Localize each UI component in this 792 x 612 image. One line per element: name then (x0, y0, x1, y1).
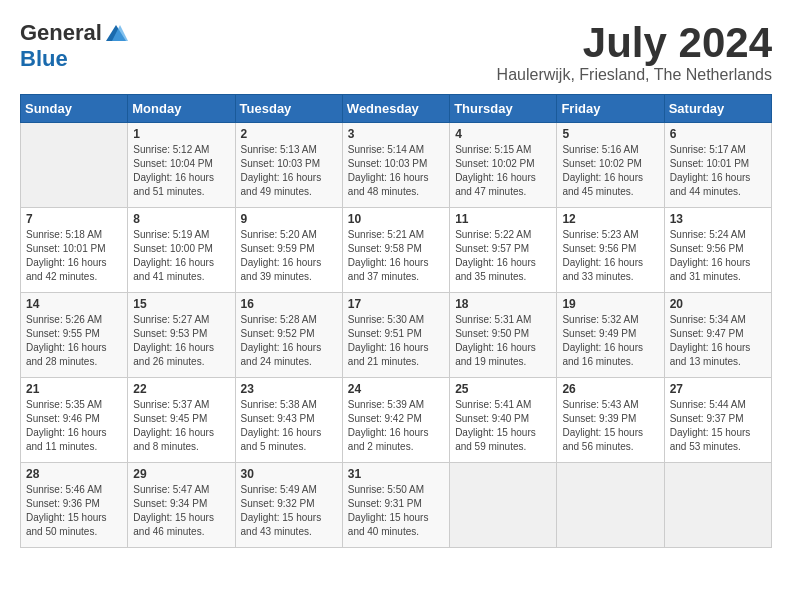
title-section: July 2024 Haulerwijk, Friesland, The Net… (497, 20, 772, 84)
day-number: 5 (562, 127, 658, 141)
day-number: 7 (26, 212, 122, 226)
day-number: 10 (348, 212, 444, 226)
calendar-cell: 3Sunrise: 5:14 AM Sunset: 10:03 PM Dayli… (342, 123, 449, 208)
calendar-cell: 31Sunrise: 5:50 AM Sunset: 9:31 PM Dayli… (342, 463, 449, 548)
calendar-week-row: 1Sunrise: 5:12 AM Sunset: 10:04 PM Dayli… (21, 123, 772, 208)
calendar-cell: 16Sunrise: 5:28 AM Sunset: 9:52 PM Dayli… (235, 293, 342, 378)
day-number: 20 (670, 297, 766, 311)
day-info: Sunrise: 5:17 AM Sunset: 10:01 PM Daylig… (670, 143, 766, 199)
calendar-cell: 25Sunrise: 5:41 AM Sunset: 9:40 PM Dayli… (450, 378, 557, 463)
logo: General Blue (20, 20, 128, 72)
day-number: 26 (562, 382, 658, 396)
day-number: 31 (348, 467, 444, 481)
calendar-cell: 30Sunrise: 5:49 AM Sunset: 9:32 PM Dayli… (235, 463, 342, 548)
day-number: 19 (562, 297, 658, 311)
day-info: Sunrise: 5:39 AM Sunset: 9:42 PM Dayligh… (348, 398, 444, 454)
day-number: 1 (133, 127, 229, 141)
calendar-cell: 24Sunrise: 5:39 AM Sunset: 9:42 PM Dayli… (342, 378, 449, 463)
calendar-cell: 19Sunrise: 5:32 AM Sunset: 9:49 PM Dayli… (557, 293, 664, 378)
calendar-cell: 14Sunrise: 5:26 AM Sunset: 9:55 PM Dayli… (21, 293, 128, 378)
day-info: Sunrise: 5:16 AM Sunset: 10:02 PM Daylig… (562, 143, 658, 199)
day-number: 23 (241, 382, 337, 396)
day-number: 12 (562, 212, 658, 226)
calendar-cell (664, 463, 771, 548)
logo-blue-text: Blue (20, 46, 68, 72)
day-number: 13 (670, 212, 766, 226)
logo-icon (104, 23, 128, 43)
calendar-cell: 15Sunrise: 5:27 AM Sunset: 9:53 PM Dayli… (128, 293, 235, 378)
calendar-cell: 22Sunrise: 5:37 AM Sunset: 9:45 PM Dayli… (128, 378, 235, 463)
calendar-week-row: 28Sunrise: 5:46 AM Sunset: 9:36 PM Dayli… (21, 463, 772, 548)
day-number: 11 (455, 212, 551, 226)
day-info: Sunrise: 5:31 AM Sunset: 9:50 PM Dayligh… (455, 313, 551, 369)
day-number: 6 (670, 127, 766, 141)
day-info: Sunrise: 5:41 AM Sunset: 9:40 PM Dayligh… (455, 398, 551, 454)
day-info: Sunrise: 5:46 AM Sunset: 9:36 PM Dayligh… (26, 483, 122, 539)
day-number: 15 (133, 297, 229, 311)
calendar-cell (450, 463, 557, 548)
day-number: 16 (241, 297, 337, 311)
day-info: Sunrise: 5:43 AM Sunset: 9:39 PM Dayligh… (562, 398, 658, 454)
calendar-table: SundayMondayTuesdayWednesdayThursdayFrid… (20, 94, 772, 548)
day-info: Sunrise: 5:28 AM Sunset: 9:52 PM Dayligh… (241, 313, 337, 369)
day-info: Sunrise: 5:34 AM Sunset: 9:47 PM Dayligh… (670, 313, 766, 369)
calendar-cell: 1Sunrise: 5:12 AM Sunset: 10:04 PM Dayli… (128, 123, 235, 208)
column-header-tuesday: Tuesday (235, 95, 342, 123)
day-info: Sunrise: 5:44 AM Sunset: 9:37 PM Dayligh… (670, 398, 766, 454)
calendar-cell: 18Sunrise: 5:31 AM Sunset: 9:50 PM Dayli… (450, 293, 557, 378)
column-header-wednesday: Wednesday (342, 95, 449, 123)
calendar-cell: 28Sunrise: 5:46 AM Sunset: 9:36 PM Dayli… (21, 463, 128, 548)
day-number: 21 (26, 382, 122, 396)
day-info: Sunrise: 5:19 AM Sunset: 10:00 PM Daylig… (133, 228, 229, 284)
calendar-cell: 26Sunrise: 5:43 AM Sunset: 9:39 PM Dayli… (557, 378, 664, 463)
day-info: Sunrise: 5:30 AM Sunset: 9:51 PM Dayligh… (348, 313, 444, 369)
day-info: Sunrise: 5:22 AM Sunset: 9:57 PM Dayligh… (455, 228, 551, 284)
day-number: 24 (348, 382, 444, 396)
calendar-cell: 12Sunrise: 5:23 AM Sunset: 9:56 PM Dayli… (557, 208, 664, 293)
calendar-cell: 7Sunrise: 5:18 AM Sunset: 10:01 PM Dayli… (21, 208, 128, 293)
calendar-cell: 13Sunrise: 5:24 AM Sunset: 9:56 PM Dayli… (664, 208, 771, 293)
column-header-thursday: Thursday (450, 95, 557, 123)
day-number: 25 (455, 382, 551, 396)
day-number: 8 (133, 212, 229, 226)
day-info: Sunrise: 5:13 AM Sunset: 10:03 PM Daylig… (241, 143, 337, 199)
day-info: Sunrise: 5:21 AM Sunset: 9:58 PM Dayligh… (348, 228, 444, 284)
calendar-header-row: SundayMondayTuesdayWednesdayThursdayFrid… (21, 95, 772, 123)
calendar-cell: 8Sunrise: 5:19 AM Sunset: 10:00 PM Dayli… (128, 208, 235, 293)
calendar-cell (557, 463, 664, 548)
day-number: 18 (455, 297, 551, 311)
day-info: Sunrise: 5:37 AM Sunset: 9:45 PM Dayligh… (133, 398, 229, 454)
calendar-cell: 21Sunrise: 5:35 AM Sunset: 9:46 PM Dayli… (21, 378, 128, 463)
day-info: Sunrise: 5:27 AM Sunset: 9:53 PM Dayligh… (133, 313, 229, 369)
day-number: 3 (348, 127, 444, 141)
day-info: Sunrise: 5:14 AM Sunset: 10:03 PM Daylig… (348, 143, 444, 199)
page-header: General Blue July 2024 Haulerwijk, Fries… (20, 20, 772, 84)
day-number: 28 (26, 467, 122, 481)
day-info: Sunrise: 5:20 AM Sunset: 9:59 PM Dayligh… (241, 228, 337, 284)
calendar-cell: 2Sunrise: 5:13 AM Sunset: 10:03 PM Dayli… (235, 123, 342, 208)
day-info: Sunrise: 5:49 AM Sunset: 9:32 PM Dayligh… (241, 483, 337, 539)
column-header-monday: Monday (128, 95, 235, 123)
calendar-week-row: 14Sunrise: 5:26 AM Sunset: 9:55 PM Dayli… (21, 293, 772, 378)
calendar-cell: 27Sunrise: 5:44 AM Sunset: 9:37 PM Dayli… (664, 378, 771, 463)
calendar-cell: 9Sunrise: 5:20 AM Sunset: 9:59 PM Daylig… (235, 208, 342, 293)
day-info: Sunrise: 5:12 AM Sunset: 10:04 PM Daylig… (133, 143, 229, 199)
calendar-week-row: 21Sunrise: 5:35 AM Sunset: 9:46 PM Dayli… (21, 378, 772, 463)
day-number: 30 (241, 467, 337, 481)
day-number: 27 (670, 382, 766, 396)
calendar-cell: 6Sunrise: 5:17 AM Sunset: 10:01 PM Dayli… (664, 123, 771, 208)
day-number: 22 (133, 382, 229, 396)
day-info: Sunrise: 5:35 AM Sunset: 9:46 PM Dayligh… (26, 398, 122, 454)
day-info: Sunrise: 5:18 AM Sunset: 10:01 PM Daylig… (26, 228, 122, 284)
calendar-cell: 11Sunrise: 5:22 AM Sunset: 9:57 PM Dayli… (450, 208, 557, 293)
day-info: Sunrise: 5:24 AM Sunset: 9:56 PM Dayligh… (670, 228, 766, 284)
calendar-cell: 17Sunrise: 5:30 AM Sunset: 9:51 PM Dayli… (342, 293, 449, 378)
day-info: Sunrise: 5:23 AM Sunset: 9:56 PM Dayligh… (562, 228, 658, 284)
calendar-cell: 4Sunrise: 5:15 AM Sunset: 10:02 PM Dayli… (450, 123, 557, 208)
day-info: Sunrise: 5:47 AM Sunset: 9:34 PM Dayligh… (133, 483, 229, 539)
column-header-friday: Friday (557, 95, 664, 123)
day-info: Sunrise: 5:32 AM Sunset: 9:49 PM Dayligh… (562, 313, 658, 369)
month-year-title: July 2024 (497, 20, 772, 66)
column-header-sunday: Sunday (21, 95, 128, 123)
day-info: Sunrise: 5:38 AM Sunset: 9:43 PM Dayligh… (241, 398, 337, 454)
